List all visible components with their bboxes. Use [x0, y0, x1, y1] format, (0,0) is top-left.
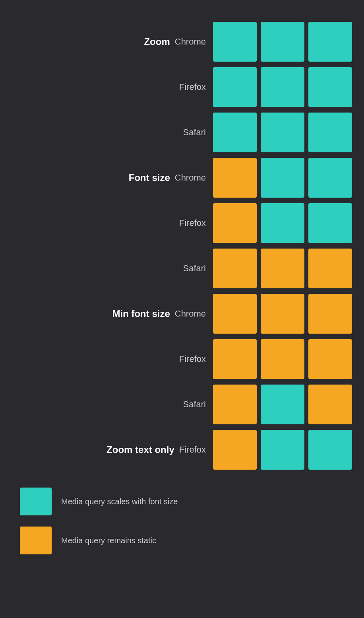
table-row: Font sizeChrome	[12, 156, 352, 200]
data-cell	[308, 158, 352, 198]
browser-label: Chrome	[175, 173, 206, 183]
data-cell	[308, 22, 352, 62]
label-group: Firefox	[12, 218, 213, 228]
legend-color-box	[20, 488, 52, 515]
browser-label: Firefox	[179, 82, 206, 92]
data-cell	[261, 203, 304, 243]
cell-group	[213, 22, 352, 62]
label-group: Firefox	[12, 354, 213, 364]
data-cell	[308, 430, 352, 470]
data-cell	[213, 294, 257, 334]
label-group: Safari	[12, 263, 213, 274]
table-row: Safari	[12, 111, 352, 154]
browser-label: Safari	[183, 127, 206, 138]
data-cell	[213, 339, 257, 379]
data-cell	[308, 385, 352, 424]
cell-group	[213, 67, 352, 107]
data-cell	[308, 294, 352, 334]
category-label: Font size	[129, 172, 170, 183]
browser-label: Firefox	[179, 218, 206, 228]
data-grid: ZoomChromeFirefoxSafariFont sizeChromeFi…	[12, 20, 352, 472]
data-cell	[261, 113, 304, 152]
data-cell	[308, 249, 352, 288]
legend-color-box	[20, 527, 52, 554]
data-cell	[213, 158, 257, 198]
category-label: Zoom	[144, 36, 170, 47]
data-cell	[213, 203, 257, 243]
label-group: Safari	[12, 127, 213, 138]
legend-item: Media query scales with font size	[20, 488, 344, 515]
data-cell	[261, 339, 304, 379]
cell-group	[213, 249, 352, 288]
category-label: Zoom text only	[106, 444, 174, 455]
table-row: Firefox	[12, 201, 352, 245]
data-cell	[261, 385, 304, 424]
cell-group	[213, 385, 352, 424]
data-cell	[213, 249, 257, 288]
cell-group	[213, 339, 352, 379]
data-cell	[308, 339, 352, 379]
data-cell	[261, 158, 304, 198]
label-group: Min font sizeChrome	[12, 308, 213, 319]
legend: Media query scales with font sizeMedia q…	[12, 488, 352, 554]
legend-label: Media query scales with font size	[61, 497, 178, 506]
data-cell	[213, 113, 257, 152]
cell-group	[213, 203, 352, 243]
legend-item: Media query remains static	[20, 527, 344, 554]
data-cell	[308, 113, 352, 152]
browser-label: Chrome	[175, 309, 206, 319]
browser-label: Safari	[183, 263, 206, 274]
category-label: Min font size	[112, 308, 170, 319]
data-cell	[213, 22, 257, 62]
cell-group	[213, 430, 352, 470]
label-group: Safari	[12, 399, 213, 410]
table-row: Min font sizeChrome	[12, 292, 352, 336]
data-cell	[213, 67, 257, 107]
label-group: Zoom text onlyFirefox	[12, 444, 213, 455]
browser-label: Safari	[183, 399, 206, 410]
table-row: Firefox	[12, 337, 352, 381]
table-row: Firefox	[12, 65, 352, 109]
cell-group	[213, 294, 352, 334]
browser-label: Firefox	[179, 354, 206, 364]
data-cell	[308, 67, 352, 107]
label-group: ZoomChrome	[12, 36, 213, 47]
table-row: ZoomChrome	[12, 20, 352, 64]
data-cell	[308, 203, 352, 243]
label-group: Font sizeChrome	[12, 172, 213, 183]
data-cell	[213, 385, 257, 424]
data-cell	[261, 294, 304, 334]
main-container: ZoomChromeFirefoxSafariFont sizeChromeFi…	[0, 8, 364, 581]
browser-label: Firefox	[179, 445, 206, 455]
table-row: Safari	[12, 247, 352, 290]
cell-group	[213, 113, 352, 152]
table-row: Zoom text onlyFirefox	[12, 428, 352, 472]
legend-label: Media query remains static	[61, 536, 156, 545]
label-group: Firefox	[12, 82, 213, 92]
data-cell	[261, 249, 304, 288]
data-cell	[261, 430, 304, 470]
data-cell	[213, 430, 257, 470]
browser-label: Chrome	[175, 37, 206, 47]
data-cell	[261, 22, 304, 62]
table-row: Safari	[12, 383, 352, 426]
cell-group	[213, 158, 352, 198]
data-cell	[261, 67, 304, 107]
